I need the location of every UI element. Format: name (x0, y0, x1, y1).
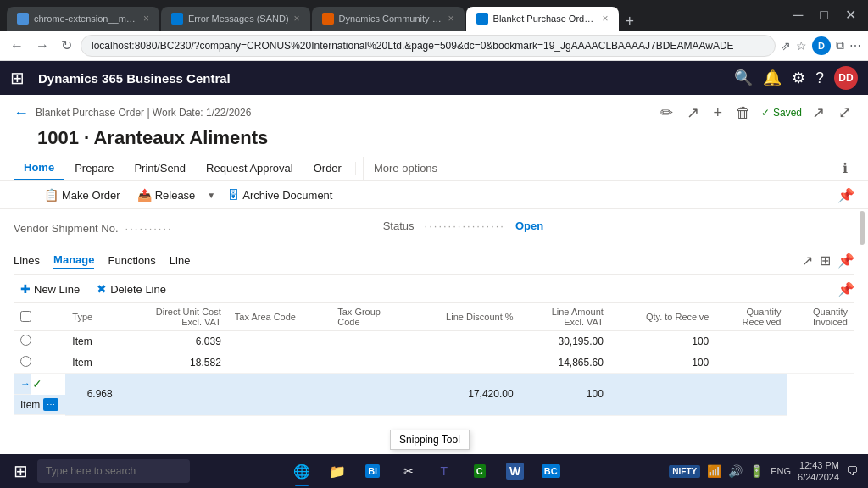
tab-2-close[interactable]: × (294, 13, 300, 25)
row-3-direct-unit-cost[interactable]: 6.968 (65, 374, 119, 416)
tab-request-approval[interactable]: Request Approval (196, 157, 303, 180)
bookmark-icon[interactable]: ☆ (796, 39, 807, 53)
row-2-qty-received[interactable] (715, 352, 787, 374)
row-2-line-amount[interactable]: 14,865.60 (520, 352, 610, 374)
open-in-new-icon[interactable]: ↗ (809, 102, 828, 124)
tab-4[interactable]: Blanket Purchase Order - 1001... × (466, 7, 619, 30)
info-icon[interactable]: ℹ (843, 160, 854, 176)
row-1-line-amount[interactable]: 30,195.00 (520, 331, 610, 352)
row-3-line-amount[interactable]: 17,420.00 (409, 374, 520, 416)
row-3-qty-to-receive[interactable]: 100 (520, 374, 610, 416)
row-2-line-discount[interactable] (409, 352, 520, 374)
minimize-button[interactable]: ─ (788, 0, 808, 30)
release-button[interactable]: 📤 Release (131, 185, 203, 205)
edit-button[interactable]: ✏ (657, 102, 676, 124)
make-order-button[interactable]: 📋 Make Order (37, 185, 127, 205)
archive-document-button[interactable]: 🗄 Archive Document (220, 185, 339, 205)
avatar[interactable]: DD (834, 66, 858, 90)
row-3-menu-button[interactable]: ⋯ (43, 398, 58, 411)
row-1-qty-invoiced[interactable] (787, 331, 854, 352)
row-2-qty-to-receive[interactable]: 100 (610, 352, 715, 374)
taskbar-app-word[interactable]: W (498, 454, 532, 488)
row-1-qty-to-receive[interactable]: 100 (610, 331, 715, 352)
table-row[interactable]: Item 6.039 30,195.00 100 (14, 331, 854, 352)
table-row[interactable]: → ✓ Item ⋯ 6.968 17,420.00 100 (14, 374, 854, 416)
search-icon[interactable]: 🔍 (734, 69, 753, 87)
tab-more-options[interactable]: More options (363, 157, 448, 180)
lines-tab-functions[interactable]: Functions (108, 252, 155, 269)
tab-prepare[interactable]: Prepare (64, 157, 124, 180)
tab-2[interactable]: Error Messages (SAND) × (161, 7, 310, 30)
share-button[interactable]: ↗ (683, 102, 703, 124)
row-3-tax-group-code[interactable] (228, 374, 331, 416)
lines-tab-lines[interactable]: Lines (14, 252, 40, 269)
taskbar-app-teams[interactable]: T (427, 454, 461, 488)
taskbar-app-explorer[interactable]: 📁 (320, 454, 354, 488)
delete-button[interactable]: 🗑 (732, 103, 754, 124)
taskbar-search-input[interactable] (37, 459, 190, 483)
back-to-list-button[interactable]: ← (14, 104, 29, 122)
taskbar-app-edge[interactable]: 🌐 (285, 454, 319, 488)
pin-icon[interactable]: 📌 (837, 187, 854, 203)
row-2-type[interactable]: Item (65, 352, 119, 374)
row-3-type[interactable]: Item ⋯ (14, 395, 65, 415)
release-dropdown-button[interactable]: ▼ (205, 187, 217, 203)
row-2-radio[interactable] (20, 356, 31, 367)
new-line-button[interactable]: ✚ New Line (14, 279, 86, 299)
row-3-tax-area-code[interactable] (120, 374, 228, 416)
tab-print-send[interactable]: Print/Send (124, 157, 196, 180)
start-button[interactable]: ⊞ (3, 454, 37, 488)
back-button[interactable]: ← (7, 36, 27, 55)
extensions-icon[interactable]: ⧉ (836, 38, 844, 53)
row-2-tax-area-code[interactable] (228, 352, 331, 374)
tab-1[interactable]: chrome-extension__mhjfbm... × (7, 7, 159, 30)
delete-line-button[interactable]: ✖ Delete Line (90, 279, 173, 299)
row-2-direct-unit-cost[interactable]: 18.582 (120, 352, 228, 374)
row-2-qty-invoiced[interactable] (787, 352, 854, 374)
vendor-shipment-input[interactable] (180, 219, 349, 236)
row-1-direct-unit-cost[interactable]: 6.039 (120, 331, 228, 352)
expand-icon[interactable]: ⤢ (835, 102, 854, 124)
forward-button[interactable]: → (32, 36, 53, 55)
new-tab-button[interactable]: + (620, 13, 640, 30)
expand-lines-icon[interactable]: ↗ (802, 252, 813, 269)
row-2-tax-group-code[interactable] (331, 352, 409, 374)
address-input[interactable] (81, 35, 776, 57)
tab-order[interactable]: Order (303, 157, 352, 180)
notification-icon[interactable]: 🔔 (763, 69, 782, 87)
taskbar-app-bc-blue[interactable]: Bl (356, 454, 390, 488)
settings-gear-icon[interactable]: ⚙ (792, 69, 805, 87)
row-3-qty-invoiced[interactable] (715, 374, 787, 416)
row-1-tax-area-code[interactable] (228, 331, 331, 352)
row-1-type[interactable]: Item (65, 331, 119, 352)
row-1-line-discount[interactable] (409, 331, 520, 352)
tab-1-close[interactable]: × (143, 13, 149, 25)
notification-center-icon[interactable]: 🗨 (846, 464, 858, 478)
scrollbar-thumb[interactable] (860, 211, 865, 245)
add-button[interactable]: + (709, 103, 726, 124)
row-2-selector[interactable] (14, 352, 65, 374)
pin-lines-icon[interactable]: 📌 (837, 252, 854, 269)
row-1-selector[interactable] (14, 331, 65, 352)
close-window-button[interactable]: ✕ (840, 0, 861, 30)
tab-3-close[interactable]: × (448, 13, 454, 25)
row-1-radio[interactable] (20, 335, 31, 346)
row-1-qty-received[interactable] (715, 331, 787, 352)
taskbar-app-bc-green[interactable]: C (463, 454, 497, 488)
lines-pin-icon[interactable]: 📌 (837, 281, 854, 297)
select-all-checkbox[interactable] (20, 311, 31, 322)
taskbar-app-snipping[interactable]: ✂ (392, 454, 426, 488)
help-icon[interactable]: ? (815, 69, 824, 87)
tray-datetime[interactable]: 12:43 PM 6/24/2024 (798, 459, 839, 484)
settings-icon[interactable]: ⋯ (849, 39, 861, 53)
tab-home[interactable]: Home (14, 156, 64, 180)
taskbar-app-bc-orange[interactable]: BC (534, 454, 568, 488)
tab-3[interactable]: Dynamics Community Forum T... × (312, 7, 465, 30)
table-row[interactable]: Item 18.582 14,865.60 100 (14, 352, 854, 374)
lines-tab-line[interactable]: Line (170, 252, 191, 269)
tab-4-close[interactable]: × (603, 13, 609, 25)
collapse-lines-icon[interactable]: ⊞ (820, 252, 831, 269)
profile-icon[interactable]: D (812, 36, 831, 55)
maximize-button[interactable]: □ (815, 0, 833, 30)
lines-tab-manage[interactable]: Manage (53, 252, 94, 269)
